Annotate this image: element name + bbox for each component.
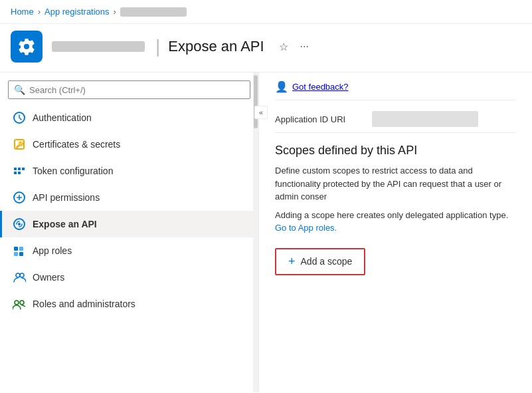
- owners-icon: [13, 271, 26, 284]
- svg-rect-14: [19, 252, 23, 256]
- plus-icon: +: [288, 255, 296, 269]
- sidebar-item-label: App roles: [33, 245, 72, 256]
- svg-rect-3: [14, 168, 17, 170]
- main-layout: 🔍 Authentication 🔑 Certificates & secret…: [0, 72, 532, 392]
- scopes-desc2: Adding a scope here creates only delegat…: [275, 209, 516, 235]
- feedback-icon: 👤: [275, 80, 288, 93]
- header-divider: |: [155, 36, 160, 57]
- sidebar-item-label: Owners: [33, 272, 64, 283]
- sidebar-item-label: Authentication: [33, 112, 92, 123]
- apiperm-icon: [13, 191, 26, 204]
- sidebar-item-owners[interactable]: Owners: [0, 264, 258, 291]
- sidebar-item-expose-api[interactable]: Expose an API: [0, 211, 258, 237]
- search-icon: 🔍: [14, 84, 25, 95]
- sidebar-item-label: Certificates & secrets: [33, 139, 120, 150]
- svg-text:🔑: 🔑: [15, 140, 24, 149]
- cert-icon: 🔑: [13, 138, 26, 151]
- scopes-desc2-text: Adding a scope here creates only delegat…: [275, 210, 508, 220]
- sidebar-item-app-roles[interactable]: App roles: [0, 237, 258, 264]
- sidebar-scrollbar[interactable]: [253, 72, 258, 392]
- sidebar-item-roles-admins[interactable]: Roles and administrators: [0, 291, 258, 317]
- add-scope-label: Add a scope: [301, 256, 353, 267]
- scrollbar-thumb: [254, 75, 258, 128]
- breadcrumb: Home › App registrations ›: [0, 0, 532, 24]
- token-icon: [13, 164, 26, 178]
- more-options-button[interactable]: ···: [298, 39, 311, 54]
- breadcrumb-sep2: ›: [114, 7, 116, 17]
- page-title: Expose an API: [168, 38, 264, 55]
- breadcrumb-sep1: ›: [38, 7, 41, 17]
- scopes-title: Scopes defined by this API: [275, 144, 516, 158]
- pin-button[interactable]: ☆: [276, 39, 291, 55]
- svg-point-18: [20, 301, 24, 305]
- svg-rect-13: [14, 252, 18, 256]
- header-icons: ☆ ···: [276, 39, 311, 55]
- breadcrumb-app-registrations[interactable]: App registrations: [44, 7, 110, 17]
- go-to-app-roles-link[interactable]: Go to App roles.: [275, 223, 337, 233]
- svg-point-10: [18, 223, 21, 225]
- feedback-bar: 👤 Got feedback?: [275, 72, 516, 100]
- scopes-desc1: Define custom scopes to restrict access …: [275, 164, 516, 203]
- gear-icon: [17, 37, 36, 56]
- scopes-section: Scopes defined by this API Define custom…: [275, 133, 516, 286]
- sidebar-item-certificates[interactable]: 🔑 Certificates & secrets: [0, 131, 258, 158]
- nav-items: Authentication 🔑 Certificates & secrets: [0, 104, 258, 392]
- approles-icon: [13, 244, 26, 257]
- sidebar-item-label: Expose an API: [33, 219, 97, 229]
- sidebar: 🔍 Authentication 🔑 Certificates & secret…: [0, 72, 259, 392]
- collapse-sidebar-button[interactable]: «: [254, 106, 268, 119]
- collapse-icon: «: [259, 108, 263, 116]
- sidebar-item-api-permissions[interactable]: API permissions: [0, 184, 258, 211]
- breadcrumb-home[interactable]: Home: [11, 7, 34, 17]
- svg-rect-4: [14, 172, 17, 174]
- exposeapi-icon: [13, 217, 26, 231]
- svg-rect-7: [22, 168, 25, 170]
- app-id-uri-label: Application ID URI: [275, 114, 361, 124]
- content-area: 👤 Got feedback? Application ID URI Scope…: [259, 72, 532, 392]
- svg-rect-6: [18, 172, 21, 174]
- svg-point-15: [16, 273, 20, 277]
- svg-rect-12: [19, 247, 23, 251]
- svg-point-17: [15, 301, 19, 305]
- breadcrumb-current: [120, 7, 187, 17]
- sidebar-item-label: Token configuration: [33, 166, 113, 176]
- rolesadmins-icon: [13, 297, 26, 311]
- auth-icon: [13, 111, 26, 124]
- app-icon: [11, 31, 43, 63]
- feedback-link[interactable]: Got feedback?: [292, 82, 349, 92]
- svg-rect-5: [18, 168, 21, 170]
- search-box[interactable]: 🔍: [8, 80, 250, 99]
- sidebar-item-authentication[interactable]: Authentication: [0, 104, 258, 131]
- svg-rect-11: [14, 247, 18, 251]
- search-input[interactable]: [29, 85, 244, 95]
- sidebar-item-token-config[interactable]: Token configuration: [0, 158, 258, 184]
- app-header: | Expose an API ☆ ···: [0, 24, 532, 72]
- header-title-group: | Expose an API ☆ ···: [154, 36, 311, 57]
- add-scope-button[interactable]: + Add a scope: [275, 248, 365, 275]
- sidebar-item-label: Roles and administrators: [33, 299, 135, 309]
- app-id-uri-row: Application ID URI: [275, 100, 516, 133]
- app-name-blurred: [52, 41, 145, 52]
- svg-point-16: [20, 273, 24, 277]
- app-id-uri-value: [372, 111, 478, 127]
- sidebar-item-label: API permissions: [33, 192, 100, 203]
